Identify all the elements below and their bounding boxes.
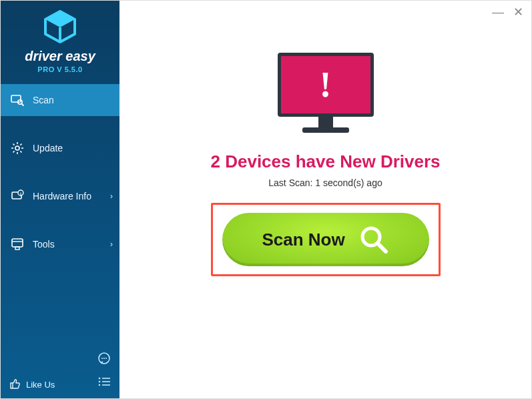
magnifier-icon: [358, 224, 389, 255]
svg-line-12: [20, 151, 21, 152]
nav-item-scan[interactable]: Scan: [1, 84, 119, 116]
like-us-button[interactable]: Like Us: [9, 378, 55, 392]
chevron-right-icon: ›: [110, 240, 113, 249]
window-controls: — ✕: [492, 6, 523, 18]
like-us-label: Like Us: [26, 380, 55, 390]
last-scan-label: Last Scan: 1 second(s) ago: [268, 177, 382, 188]
svg-line-11: [13, 144, 15, 145]
svg-line-13: [20, 144, 21, 145]
version-label: PRO V 5.5.0: [1, 65, 119, 73]
svg-marker-1: [45, 11, 75, 27]
sidebar: driver easy PRO V 5.5.0 Scan Update i: [1, 1, 119, 398]
chevron-right-icon: ›: [110, 191, 113, 201]
svg-point-23: [103, 358, 105, 359]
svg-rect-3: [11, 95, 21, 102]
feedback-icon[interactable]: [97, 352, 111, 369]
nav-item-tools[interactable]: Tools ›: [1, 228, 119, 260]
hardware-info-icon: i: [10, 189, 25, 203]
scan-now-label: Scan Now: [262, 230, 344, 250]
svg-line-5: [21, 103, 23, 105]
nav-label-scan: Scan: [33, 95, 54, 105]
scan-icon: [10, 93, 25, 107]
nav-item-update[interactable]: Update: [1, 132, 119, 164]
alert-monitor-icon: !: [278, 53, 374, 139]
svg-rect-20: [15, 247, 19, 250]
app-logo-icon: [42, 10, 78, 46]
minimize-button[interactable]: —: [492, 6, 504, 18]
nav-item-hardware[interactable]: i Hardware Info ›: [1, 180, 119, 212]
close-button[interactable]: ✕: [513, 6, 523, 18]
svg-rect-18: [12, 239, 23, 247]
svg-line-32: [378, 244, 386, 252]
svg-point-24: [105, 358, 107, 359]
tools-icon: [10, 238, 25, 251]
nav-label-update: Update: [33, 143, 63, 153]
nav-label-hardware: Hardware Info: [33, 191, 91, 202]
main-panel: — ✕ ! 2 Devices have New Drivers Last Sc…: [119, 1, 531, 398]
gear-icon: [10, 141, 25, 155]
svg-point-6: [15, 146, 19, 150]
nav: Scan Update i Hardware Info › Tools: [1, 84, 119, 260]
logo-area: driver easy PRO V 5.5.0: [1, 1, 119, 77]
nav-label-tools: Tools: [33, 239, 55, 250]
thumbs-up-icon: [9, 378, 21, 392]
brand-name: driver easy: [1, 49, 119, 64]
svg-line-14: [13, 151, 15, 152]
scan-now-button[interactable]: Scan Now: [222, 213, 429, 266]
scan-highlight-frame: Scan Now: [211, 203, 441, 276]
svg-point-22: [101, 358, 103, 359]
exclamation-icon: !: [320, 64, 332, 105]
status-headline: 2 Devices have New Drivers: [211, 151, 441, 172]
